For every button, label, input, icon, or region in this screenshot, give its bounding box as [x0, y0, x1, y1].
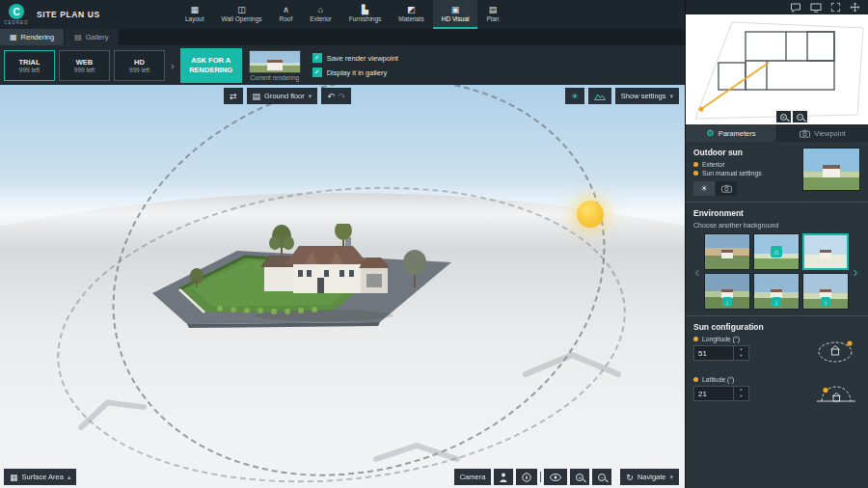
- compass-icon: [522, 473, 531, 482]
- checkbox-display-gallery[interactable]: ✓: [312, 68, 322, 77]
- undo-icon[interactable]: ↶: [327, 92, 335, 101]
- menu-item-hd-visual[interactable]: ▣ HD Visual: [433, 0, 478, 29]
- longitude-input[interactable]: [694, 346, 733, 360]
- floor-selector-value: Ground floor: [264, 92, 305, 100]
- background-thumb-selected[interactable]: [802, 233, 849, 270]
- stepper-up-icon[interactable]: ▴: [734, 387, 748, 393]
- download-icon[interactable]: ↓: [722, 297, 732, 307]
- background-thumb[interactable]: ↓: [802, 273, 849, 310]
- roof-icon: ∧: [283, 6, 289, 14]
- menu-label: Materials: [398, 15, 423, 22]
- zoom-in-button[interactable]: +: [570, 469, 589, 485]
- stepper-down-icon[interactable]: ▾: [734, 353, 748, 360]
- zoom-out-button[interactable]: −: [592, 469, 611, 485]
- menu-item-layout[interactable]: ▦ Layout: [176, 0, 213, 29]
- environment-section: Environment Choose another background ‹ …: [686, 203, 868, 315]
- background-thumb[interactable]: ↓: [704, 273, 750, 310]
- move-icon[interactable]: [850, 2, 860, 13]
- credit-count: 999 left: [129, 67, 149, 73]
- credit-hd[interactable]: HD 999 left: [114, 50, 165, 81]
- sun-preview-thumbnail[interactable]: [802, 148, 860, 191]
- eye-icon: [550, 474, 561, 481]
- minimap-zoom-out-button[interactable]: −: [793, 111, 807, 122]
- parameters-panel: Outdoor sun Exterior Sun manual settings…: [686, 142, 868, 488]
- credits-more-chevron-icon[interactable]: ›: [169, 60, 176, 71]
- menu-item-plan[interactable]: ▤ Plan: [477, 0, 507, 29]
- stepper-down-icon[interactable]: ▾: [734, 393, 748, 400]
- sun-icon: ☀: [571, 92, 579, 101]
- photo-mode-tab[interactable]: [716, 181, 737, 196]
- viewport-3d[interactable]: ⇄ ▤ Ground floor ▾ ↶ ↷ ☀: [0, 85, 685, 488]
- view-subtabs: ▦ Rendering ▤ Gallery: [0, 29, 685, 45]
- sun-display-toggle[interactable]: ☀: [565, 88, 584, 104]
- floor-icon: ▤: [253, 92, 261, 101]
- person-view-button[interactable]: [494, 469, 513, 485]
- redo-icon[interactable]: ↷: [339, 92, 346, 101]
- latitude-input[interactable]: [694, 387, 733, 400]
- refresh-view-button[interactable]: ⇄: [224, 88, 243, 104]
- download-icon[interactable]: ↓: [772, 297, 781, 307]
- grid-icon: ▦: [10, 473, 18, 482]
- download-icon[interactable]: ↓: [821, 297, 830, 307]
- visibility-button[interactable]: [544, 469, 567, 485]
- current-rendering-thumb[interactable]: [249, 50, 301, 73]
- tab-parameters[interactable]: ⚙ Parameters: [686, 124, 776, 142]
- main-area: C CEDREO SITE PLAN US ▦ Layout ◫ Wall Op…: [0, 0, 685, 488]
- option-save-viewpoint[interactable]: ✓ Save render viewpoint: [312, 53, 398, 63]
- navigate-orbit-icon: ↻: [626, 473, 634, 482]
- floor-selector-dropdown[interactable]: ▤ Ground floor ▾: [247, 88, 318, 104]
- camera-button[interactable]: Camera: [454, 469, 492, 485]
- ask-rendering-button[interactable]: ASK FOR A RENDERING: [180, 48, 242, 83]
- cedreo-logo-icon[interactable]: C: [9, 4, 24, 19]
- undo-redo-group: ↶ ↷: [321, 88, 351, 104]
- background-thumb[interactable]: ⌂: [753, 233, 800, 270]
- credit-web[interactable]: WEB 999 left: [59, 50, 110, 81]
- background-thumb[interactable]: ↓: [753, 273, 800, 310]
- logo-text: CEDREO: [4, 20, 28, 25]
- environment-heading: Environment: [693, 208, 860, 218]
- menu-item-furnishings[interactable]: ▙ Furnishings: [340, 0, 391, 29]
- menu-label: Exterior: [310, 15, 331, 22]
- background-carousel: ‹ ⌂ ↓ ↓ ↓: [693, 233, 860, 310]
- minimap-zoom-in-button[interactable]: +: [776, 111, 791, 122]
- sun-configuration-heading: Sun configuration: [693, 322, 860, 332]
- main-menu: ▦ Layout ◫ Wall Openings ∧ Roof ⌂ Exteri…: [176, 0, 507, 29]
- mountains-icon: [594, 93, 606, 100]
- sun-handle[interactable]: [577, 201, 604, 228]
- carousel-next-icon[interactable]: ›: [852, 264, 859, 279]
- display-icon[interactable]: [810, 3, 822, 13]
- house-3d-model[interactable]: [141, 224, 464, 330]
- render-checkbox-options: ✓ Save render viewpoint ✓ Display it in …: [312, 53, 398, 77]
- menu-item-wall-openings[interactable]: ◫ Wall Openings: [213, 0, 271, 29]
- option-exterior-label: Exterior: [702, 161, 724, 168]
- menu-label: Furnishings: [349, 15, 382, 22]
- orange-dot-icon: [693, 171, 698, 176]
- chat-icon[interactable]: [790, 3, 801, 13]
- current-rendering-caption: Current rendering: [250, 74, 299, 81]
- sun-settings-tab[interactable]: ☀: [693, 181, 715, 196]
- environment-display-toggle[interactable]: [588, 88, 611, 104]
- tab-rendering[interactable]: ▦ Rendering: [0, 29, 64, 45]
- panel-tabs: ⚙ Parameters Viewpoint: [686, 124, 868, 142]
- floor-plan-minimap[interactable]: + −: [686, 14, 868, 124]
- stepper-up-icon[interactable]: ▴: [734, 346, 748, 353]
- latitude-steppers: ▴ ▾: [733, 387, 748, 400]
- tab-viewpoint[interactable]: Viewpoint: [777, 124, 868, 142]
- option-display-gallery[interactable]: ✓ Display it in gallery: [312, 68, 398, 77]
- viewport-toolbar: ⇄ ▤ Ground floor ▾ ↶ ↷: [224, 88, 351, 104]
- checkbox-save-viewpoint[interactable]: ✓: [312, 53, 322, 63]
- compass-button[interactable]: [516, 469, 537, 485]
- background-thumb[interactable]: [704, 233, 750, 270]
- menu-item-exterior[interactable]: ⌂ Exterior: [301, 0, 339, 29]
- menu-item-roof[interactable]: ∧ Roof: [271, 0, 302, 29]
- carousel-prev-icon[interactable]: ‹: [693, 264, 701, 279]
- menu-item-materials[interactable]: ◩ Materials: [390, 0, 432, 29]
- credit-name: HD: [134, 58, 145, 67]
- credit-trial[interactable]: TRIAL 999 left: [4, 50, 55, 81]
- show-settings-dropdown[interactable]: Show settings ▾: [615, 88, 679, 104]
- surface-area-button[interactable]: ▦ Surface Area ▴: [4, 469, 76, 485]
- wall-openings-icon: ◫: [237, 6, 246, 14]
- navigate-dropdown[interactable]: ↻ Navigate ▾: [620, 469, 679, 485]
- fullscreen-icon[interactable]: [830, 2, 841, 13]
- tab-gallery[interactable]: ▤ Gallery: [65, 29, 118, 45]
